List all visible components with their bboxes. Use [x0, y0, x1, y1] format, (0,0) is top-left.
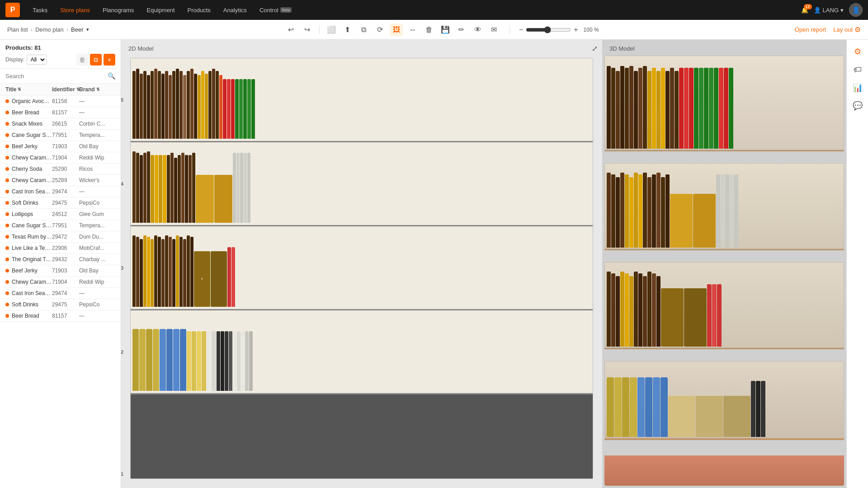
sort-brand-icon: ⇅	[96, 87, 100, 92]
table-row[interactable]: Cast Iron Seasoning 29474 —	[0, 186, 121, 197]
notifications-bell[interactable]: 🔔 17	[801, 7, 808, 14]
col-identifier[interactable]: Identifier ⇅	[52, 86, 79, 93]
delete-product-button[interactable]: 🗑	[76, 54, 88, 66]
table-row[interactable]: Cane Sugar Sodas 77951 Tempera...	[0, 130, 121, 141]
comment-icon[interactable]: 💬	[849, 98, 866, 114]
table-row[interactable]: Organic Avocado Oil 81158 —	[0, 96, 121, 107]
flip-button[interactable]: ↔	[406, 23, 419, 36]
nav-products[interactable]: Products	[182, 4, 216, 16]
model-2d-expand-icon[interactable]: ⤢	[592, 44, 598, 53]
shelf-3d-top	[604, 56, 844, 150]
breadcrumb-dropdown-icon[interactable]: ▾	[86, 27, 89, 33]
image-button[interactable]: 🖼	[390, 23, 403, 36]
upload-button[interactable]: ⬆	[341, 23, 354, 36]
table-row[interactable]: Live Like a Texan 22906 MobCraf...	[0, 243, 121, 254]
shelf-divider-2	[604, 249, 844, 250]
table-row[interactable]: The Original Texas Whisky 29432 Charbay …	[0, 254, 121, 265]
nav-analytics[interactable]: Analytics	[218, 4, 252, 16]
b3	[611, 273, 615, 347]
table-row[interactable]: Beef Jerky 71903 Old Bay	[0, 265, 121, 277]
product-brand: —	[79, 290, 115, 296]
box	[196, 175, 214, 223]
user-avatar[interactable]: 👤	[849, 3, 863, 17]
undo-button[interactable]: ↩	[285, 23, 297, 36]
zoom-in-icon[interactable]: +	[574, 26, 578, 34]
bottle	[176, 235, 179, 307]
search-input[interactable]	[5, 73, 108, 80]
b3	[638, 273, 642, 347]
nav-store-plans[interactable]: Store plans	[55, 4, 95, 16]
b3	[665, 174, 670, 248]
breadcrumb-bar: Plan list › Demo plan › Beer ▾ ↩ ↪ ⬜ ⬆ ⧉…	[0, 20, 868, 40]
b3	[721, 174, 725, 248]
b3	[634, 173, 638, 248]
nav-equipment[interactable]: Equipment	[141, 4, 180, 16]
product-brand: —	[79, 109, 115, 116]
copy-product-button[interactable]: ⧉	[90, 54, 102, 66]
search-row: 🔍	[0, 69, 121, 84]
product-rows-container: Organic Avocado Oil 81158 — Beer Bread 8…	[0, 96, 121, 322]
redo-button[interactable]: ↪	[301, 23, 314, 36]
b3	[675, 71, 679, 149]
table-row[interactable]: Soft Drinks 29475 PepsiCo	[0, 197, 121, 209]
product-id: 29474	[52, 290, 79, 296]
lay-out-link[interactable]: Lay out ⚙	[833, 25, 861, 34]
open-report-link[interactable]: Open report	[795, 26, 826, 33]
table-row[interactable]: Texas Rum by Kiepersol 29472 Dum Du...	[0, 231, 121, 243]
nav-tasks[interactable]: Tasks	[27, 4, 53, 16]
product-name-text: Chewy Caramels with a Cr...	[12, 155, 52, 161]
table-row[interactable]: Soft Drinks 29475 PepsiCo	[0, 299, 121, 310]
table-row[interactable]: Beer Bread 81157 —	[0, 310, 121, 322]
product-brand: MobCraf...	[79, 245, 115, 251]
zoom-slider[interactable]	[526, 26, 571, 33]
edit-button[interactable]: ✏	[455, 23, 468, 36]
nav-control[interactable]: Control beta	[254, 4, 297, 16]
product-brand: Ricos	[79, 166, 115, 172]
table-row[interactable]: Beer Bread 81157 —	[0, 107, 121, 118]
b3	[656, 71, 660, 149]
delete-button[interactable]: 🗑	[423, 23, 435, 36]
table-row[interactable]: Cane Sugar Sodas 77951 Tempera...	[0, 220, 121, 231]
product-brand: Wicker's	[79, 177, 115, 183]
breadcrumb-demo-plan[interactable]: Demo plan	[35, 26, 64, 33]
breadcrumb-plan-list[interactable]: Plan list	[7, 26, 28, 33]
table-row[interactable]: Chewy Caramels with a Cr... 71904 Reddi …	[0, 277, 121, 288]
col-title[interactable]: Title ⇅	[5, 86, 52, 93]
zoom-out-icon[interactable]: −	[519, 26, 523, 34]
box-3d-l4c	[723, 396, 750, 437]
table-row[interactable]: Cast Iron Seasoning 29474 —	[0, 288, 121, 299]
can-blue-3d	[653, 377, 660, 437]
shelf-3d-level3	[604, 262, 844, 348]
tag-icon[interactable]: 🏷	[849, 61, 866, 78]
table-row[interactable]: Cherry Soda 25290 Ricos	[0, 164, 121, 175]
product-brand: Reddi Wip	[79, 279, 115, 285]
table-row[interactable]: Chewy Caramels with a Cr... 71904 Reddi …	[0, 152, 121, 164]
save-button[interactable]: 💾	[439, 23, 452, 36]
product-name-text: The Original Texas Whisky	[12, 256, 52, 263]
shelf-3d-level4	[604, 361, 844, 438]
lang-selector[interactable]: 👤 LANG ▾	[814, 7, 844, 14]
view-button[interactable]: 👁	[472, 23, 484, 36]
add-product-button[interactable]: +	[104, 54, 115, 66]
can-grey	[245, 331, 249, 391]
table-row[interactable]: Lollipops 24512 Glee Gum	[0, 209, 121, 220]
app-logo[interactable]: P	[5, 3, 20, 17]
sort-title-icon: ⇅	[18, 87, 21, 92]
shelf-3d-level2	[604, 163, 844, 249]
table-row[interactable]: Snack Mixes 26615 Corbin C...	[0, 118, 121, 130]
col-brand[interactable]: Brand ⇅	[79, 86, 115, 93]
toolbar-divider-zoom	[509, 25, 510, 34]
nav-planograms[interactable]: Planograms	[97, 4, 139, 16]
chart-icon[interactable]: 📊	[849, 80, 866, 96]
settings-icon[interactable]: ⚙	[849, 43, 866, 60]
table-row[interactable]: Beef Jerky 71903 Old Bay	[0, 141, 121, 152]
send-button[interactable]: ✉	[488, 23, 500, 36]
copy-button[interactable]: ⧉	[358, 23, 370, 36]
display-select[interactable]: All	[27, 55, 47, 65]
table-row[interactable]: Chewy Caramel Snack Stic... 25289 Wicker…	[0, 175, 121, 186]
b3	[725, 174, 729, 248]
rotate-button[interactable]: ⟳	[374, 23, 387, 36]
product-brand: Charbay ...	[79, 256, 115, 263]
select-tool[interactable]: ⬜	[325, 23, 338, 36]
product-brand: Tempera...	[79, 222, 115, 229]
